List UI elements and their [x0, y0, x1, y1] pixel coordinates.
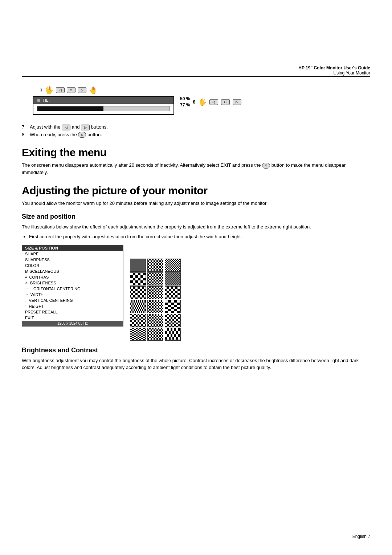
osd-diagram-wrapper: 7 🖐 ◁ ⊙ ▷ 🤚 TILT: [33, 86, 241, 115]
menu-item-size-position: SIZE & POSITION: [22, 245, 123, 251]
menu-item-preset: PRESET RECALL: [22, 309, 123, 315]
header-divider: [22, 76, 370, 77]
brightness-icon: ✳: [25, 281, 28, 285]
brightness-contrast-title: Brightness and Contrast: [22, 347, 370, 354]
checker-contrast-left: [130, 259, 146, 272]
osd-diagram-row: TILT 50 % 77 % 8: [33, 96, 241, 115]
checker-row-v-center: [130, 314, 181, 327]
btn-circle-icon: ⊙: [67, 87, 75, 93]
menu-item-exit: EXIT: [22, 315, 123, 321]
progress-bar: [37, 106, 170, 111]
btn-step8-mid: ⊙: [221, 99, 230, 105]
main-content: 7 🖐 ◁ ⊙ ▷ 🤚 TILT: [22, 80, 370, 374]
btn-left-icon: ◁: [56, 87, 65, 93]
exit-btn-inline: ⊙: [262, 163, 270, 169]
size-position-body: The illustrations below show the effect …: [22, 223, 370, 231]
percent-labels: 50 % 77 %: [180, 96, 190, 108]
checker-h-mid: [147, 328, 163, 341]
menu-resolution: 1280 x 1024 85 Hz: [22, 321, 123, 326]
btn-step8-left: ◁: [209, 99, 218, 105]
footer-divider: [22, 533, 370, 533]
page-container: HP 19" Color Monitor User's Guide Using …: [0, 0, 392, 555]
checker-brightness-right: [165, 272, 181, 285]
exiting-menu-title: Exiting the menu: [22, 146, 370, 159]
menu-item-brightness: ✳ BRIGHTNESS: [22, 280, 123, 286]
step8-header-row: 50 % 77 % 8 🖐 ◁ ⊙ ▷: [180, 96, 241, 108]
bullet-list: First correct the property with largest …: [29, 233, 370, 240]
contrast-icon: ●: [25, 275, 27, 279]
h-center-icon: ↔: [25, 287, 28, 291]
menu-item-v-centering: ↕ VERTICAL CENTERING: [22, 297, 123, 303]
osd-box: TILT: [33, 96, 174, 115]
checker-row-contrast: [130, 259, 181, 272]
step-8-num: 8: [22, 132, 27, 138]
step7-number: 7: [40, 88, 42, 93]
checker-w-mid: [147, 300, 163, 313]
checker-w-right: [165, 300, 181, 313]
checker-w-left: [130, 300, 146, 313]
checker-brightness-left: [130, 272, 146, 285]
checker-hc-left: [130, 286, 146, 299]
hand-icon-step8: 🖐: [199, 98, 207, 106]
osd-menu-area: SIZE & POSITION SHAPE SHARPNESS COLOR MI…: [22, 245, 370, 341]
checker-images-area: [130, 245, 181, 341]
size-position-title: Size and position: [22, 213, 370, 220]
checker-brightness-mid: [147, 272, 163, 285]
step-item-7: 7 Adjust with the ◁ and ▷ buttons.: [22, 124, 370, 130]
hand-icon-left: 🖐: [45, 86, 54, 94]
tilt-dot: [37, 99, 40, 102]
step7-icon-row: 7 🖐 ◁ ⊙ ▷ 🤚: [33, 86, 241, 94]
osd-body: [33, 104, 173, 114]
menu-item-shape: SHAPE: [22, 251, 123, 257]
step-list: 7 Adjust with the ◁ and ▷ buttons. 8 Whe…: [22, 124, 370, 138]
tilt-label: TILT: [42, 98, 50, 102]
step7-btn-left-inline: ◁: [62, 125, 70, 130]
step8-area: 50 % 77 % 8 🖐 ◁ ⊙ ▷: [180, 96, 241, 108]
footer-text: English 7: [352, 534, 370, 539]
percent-77: 77 %: [180, 102, 190, 108]
checker-contrast-mid: [147, 259, 163, 272]
v-center-icon: ↕: [25, 299, 27, 302]
brightness-contrast-body: With brightness adjustment you may contr…: [22, 357, 370, 371]
checker-hc-mid: [147, 286, 163, 299]
menu-item-width: ↔ WIDTH: [22, 292, 123, 297]
step-7-num: 7: [22, 124, 27, 130]
exiting-menu-body: The onscreen menu disappears automatical…: [22, 162, 370, 176]
step8-number: 8: [193, 99, 195, 105]
checker-h-right: [165, 328, 181, 341]
checker-row-width: [130, 300, 181, 313]
menu-item-miscellaneous: MISCELLANEOUS: [22, 268, 123, 274]
checker-row-brightness: [130, 272, 181, 285]
adjusting-body: You should allow the monitor warm up for…: [22, 200, 370, 207]
bullet-item-1: First correct the property with largest …: [29, 233, 370, 240]
menu-item-color: COLOR: [22, 263, 123, 268]
step8-btn-inline: ⊙: [78, 132, 86, 138]
step-7-text: Adjust with the ◁ and ▷ buttons.: [30, 124, 108, 130]
checker-contrast-right: [165, 259, 181, 272]
step7-btn-right-inline: ▷: [81, 125, 90, 130]
checker-vc-mid: [147, 314, 163, 327]
checker-row-0: [130, 245, 181, 258]
checker-row-h-center: [130, 286, 181, 299]
menu-item-sharpness: SHARPNESS: [22, 257, 123, 263]
btn-right-icon: ▷: [78, 87, 86, 93]
checker-vc-right: [165, 314, 181, 327]
osd-menu-box: SIZE & POSITION SHAPE SHARPNESS COLOR MI…: [22, 245, 123, 327]
menu-item-contrast: ● CONTRAST: [22, 274, 123, 280]
percent-50: 50 %: [180, 96, 190, 102]
btn-step8-right: ▷: [233, 99, 241, 105]
osd-header: TILT: [33, 97, 173, 104]
step-item-8: 8 When ready, press the ⊙ button.: [22, 132, 370, 138]
header-subtitle: Using Your Monitor: [298, 70, 370, 76]
progress-fill: [37, 106, 103, 111]
checker-row-height: [130, 328, 181, 341]
height-icon: ↕: [25, 304, 27, 308]
step-8-text: When ready, press the ⊙ button.: [30, 132, 102, 138]
checker-vc-left: [130, 314, 146, 327]
header-title: HP 19" Color Monitor User's Guide: [298, 65, 370, 70]
checker-h-left: [130, 328, 146, 341]
checker-hc-right: [165, 286, 181, 299]
adjusting-title: Adjusting the picture of your monitor: [22, 185, 370, 197]
menu-item-height: ↕ HEIGHT: [22, 303, 123, 309]
menu-item-h-centering: ↔ HORIZONTAL CENTERING: [22, 286, 123, 292]
